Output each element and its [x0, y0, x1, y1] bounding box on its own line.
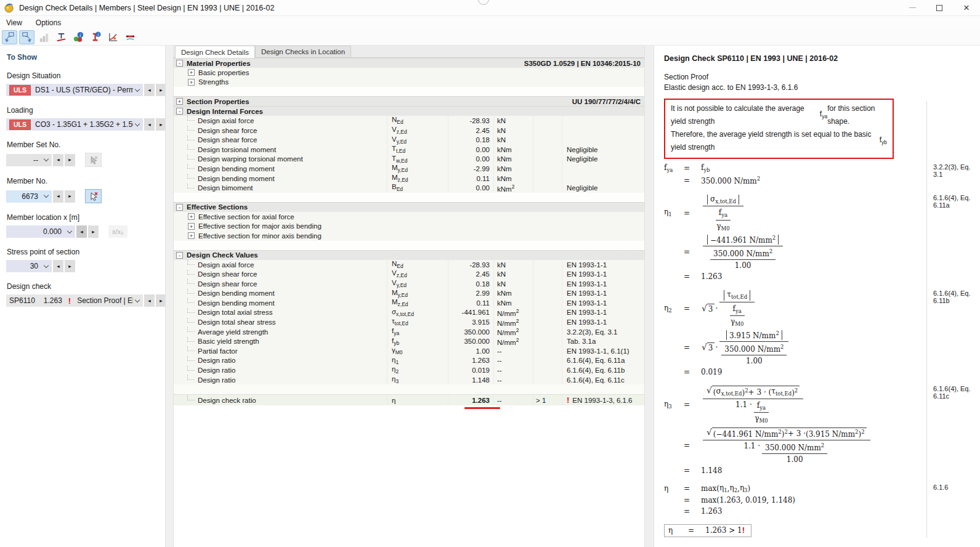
- menu-view[interactable]: View: [4, 18, 24, 28]
- menu-options[interactable]: Options: [34, 18, 63, 28]
- table-row[interactable]: Design bending momentMy,Ed-2.99kNm: [174, 164, 644, 174]
- expand-toggle-icon[interactable]: +: [188, 223, 195, 230]
- table-row[interactable]: Design ratioη11.263--6.1.6(4), Eq. 6.11a: [174, 356, 644, 366]
- table-row[interactable]: Design bending momentMy,Ed2.99kNmEN 1993…: [174, 289, 644, 299]
- stress-point-prev-button[interactable]: ◄: [53, 260, 63, 272]
- table-row[interactable]: Design axial forceNEd-28.93kNEN 1993-1-1: [174, 260, 644, 270]
- member-prev-button[interactable]: ◄: [53, 190, 63, 203]
- table-row[interactable]: Design bending momentMz,Ed0.11kNm: [174, 174, 644, 184]
- table-section-header[interactable]: -Effective Sections: [174, 202, 644, 212]
- close-button[interactable]: ×: [953, 0, 980, 16]
- stress-point-icon[interactable]: [54, 30, 69, 44]
- member-set-select[interactable]: --: [6, 154, 52, 166]
- panel-splitter[interactable]: [644, 46, 654, 547]
- select-next-object-icon[interactable]: [19, 30, 34, 44]
- select-previous-object-icon[interactable]: [2, 30, 17, 44]
- formula-block: fya=fyb=350.000 N/mm23.2.2(3), Eq. 3.1: [664, 159, 980, 190]
- table-row[interactable]: Design axial forceNEd-28.93kN: [174, 116, 644, 126]
- design-situation-prev-button[interactable]: ◄: [144, 84, 155, 96]
- tab-design-check-details[interactable]: Design Check Details: [175, 46, 255, 58]
- toolbar: i i: [0, 29, 980, 46]
- tree-branch-icon: [187, 298, 195, 303]
- row-value: 350.000: [448, 327, 493, 337]
- table-row[interactable]: Design bimomentBEd0.00kNm2Negligible: [174, 183, 644, 193]
- member-location-prev-button[interactable]: ◄: [76, 225, 87, 238]
- table-subgroup-row[interactable]: +Effective section for major axis bendin…: [174, 222, 644, 232]
- table-row[interactable]: Design ratioη31.148--6.1.6(4), Eq. 6.11c: [174, 375, 644, 385]
- color-scale-info-icon[interactable]: i: [71, 30, 86, 44]
- table-subgroup-row[interactable]: +Effective section for minor axis bendin…: [174, 231, 644, 241]
- table-row[interactable]: Partial factorγM01.00--EN 1993-1-1, 6.1(…: [174, 346, 644, 356]
- table-row[interactable]: Design warping torsional momentTw,Ed0.00…: [174, 155, 644, 164]
- expand-toggle-icon[interactable]: -: [176, 204, 183, 211]
- member-pick-button[interactable]: [85, 189, 102, 203]
- expand-toggle-icon[interactable]: -: [176, 108, 183, 115]
- row-note: [533, 298, 562, 308]
- table-row[interactable]: Design shear forceVz,Ed2.45kNEN 1993-1-1: [174, 269, 644, 279]
- table-section-header[interactable]: -Design Check Values: [174, 250, 644, 260]
- design-check-value: Section Proof | Elastic ...: [77, 296, 133, 305]
- row-reference: 3.2.2(3), Eq. 3.1: [562, 327, 644, 337]
- result-diagram-icon[interactable]: [105, 30, 121, 44]
- table-row[interactable]: Design shear forceVz,Ed2.45kN: [174, 126, 644, 136]
- expand-toggle-icon[interactable]: +: [188, 79, 195, 86]
- table-row[interactable]: Design total axial stressσx,tot,Ed-441.9…: [174, 308, 644, 318]
- stress-point-next-button[interactable]: ►: [65, 260, 75, 272]
- relative-location-button[interactable]: x/x₀: [108, 225, 128, 238]
- row-name: Design ratio: [174, 356, 387, 366]
- stress-point-select[interactable]: 30: [6, 260, 52, 272]
- tab-design-checks-in-location[interactable]: Design Checks in Location: [255, 46, 351, 57]
- formula-lhs: η1: [664, 208, 684, 217]
- equals-sign: =: [684, 400, 701, 409]
- member-location-next-button[interactable]: ►: [88, 225, 99, 238]
- table-section-header[interactable]: -Material PropertiesS350GD 1.0529 | EN 1…: [174, 58, 644, 68]
- expand-toggle-icon[interactable]: +: [176, 98, 183, 105]
- expand-toggle-icon[interactable]: +: [188, 232, 195, 239]
- panel-splitter[interactable]: [165, 46, 174, 547]
- row-reference: EN 1993-1-1: [562, 279, 644, 289]
- member-select[interactable]: 6673: [6, 190, 52, 203]
- expand-toggle-icon[interactable]: -: [176, 252, 183, 259]
- table-row[interactable]: Design total shear stressτtot,Ed3.915N/m…: [174, 317, 644, 327]
- member-set-prev-button[interactable]: ◄: [53, 154, 63, 166]
- section-steps-icon[interactable]: [36, 30, 52, 44]
- maximize-button[interactable]: [926, 0, 953, 16]
- formula-rhs: max(1.263, 0.019, 1.148): [701, 496, 795, 504]
- table-subgroup-row[interactable]: +Strengths: [174, 78, 644, 87]
- formula-line: =1.148: [664, 466, 927, 475]
- design-check-prev-button[interactable]: ◄: [144, 294, 155, 307]
- member-release-icon[interactable]: [123, 30, 138, 44]
- formula-block: η2=√3 · τtot,EdfyaγM0=√3 · 3.915 N/mm235…: [664, 285, 980, 381]
- table-row[interactable]: Average yield strengthfya350.000N/mm23.2…: [174, 327, 644, 337]
- table-section-header[interactable]: -Design Internal Forces: [174, 106, 644, 116]
- table-row[interactable]: Design torsional momentTt,Ed0.00kNmNegli…: [174, 145, 644, 155]
- formula-block: η1=σx,tot,EdfyaγM0=−441.961 N/mm2350.000…: [664, 190, 980, 285]
- minimize-button[interactable]: [899, 0, 926, 16]
- member-next-button[interactable]: ►: [65, 190, 75, 203]
- expand-toggle-icon[interactable]: +: [188, 69, 195, 76]
- row-value: -2.99: [448, 164, 493, 174]
- row-unit: kN: [493, 269, 533, 279]
- table-row[interactable]: Basic yield strengthfyb350.000N/mm2Tab. …: [174, 336, 644, 346]
- formula-block: η=max(η1, η2, η3)=max(1.263, 0.019, 1.14…: [664, 479, 980, 520]
- formula-area: fya=fyb=350.000 N/mm23.2.2(3), Eq. 3.1η1…: [664, 159, 980, 520]
- table-row[interactable]: Design check ratioη1.263--> 1!EN 1993-1-…: [174, 394, 644, 405]
- loading-prev-button[interactable]: ◄: [144, 118, 155, 131]
- table-row[interactable]: Design ratioη20.019--6.1.6(4), Eq. 6.11b: [174, 365, 644, 375]
- member-set-pick-button[interactable]: [85, 153, 102, 167]
- member-set-next-button[interactable]: ►: [65, 154, 75, 166]
- loading-select[interactable]: ULS CO3 - 1.35G1 + 1.35G2 + 1.50QI A ...: [6, 118, 143, 131]
- section-info-icon[interactable]: i: [88, 30, 103, 44]
- table-row[interactable]: Design shear forceVy,Ed0.18kNEN 1993-1-1: [174, 279, 644, 289]
- table-row[interactable]: Design shear forceVy,Ed0.18kN: [174, 135, 644, 145]
- table-subgroup-row[interactable]: +Effective section for axial force: [174, 212, 644, 222]
- table-section-header[interactable]: +Section PropertiesUU 190/77/77/2/4/4/C: [174, 96, 644, 106]
- design-check-select[interactable]: SP6110 1.263 ! Section Proof | Elastic .…: [6, 294, 143, 307]
- table-subgroup-row[interactable]: +Basic properties: [174, 68, 644, 78]
- expand-toggle-icon[interactable]: +: [188, 213, 195, 220]
- expand-toggle-icon[interactable]: -: [176, 60, 183, 67]
- design-situation-select[interactable]: ULS DS1 - ULS (STR/GEO) - Permanent ...: [6, 84, 143, 96]
- table-row[interactable]: Design bending momentMz,Ed0.11kNmEN 1993…: [174, 298, 644, 308]
- member-location-select[interactable]: 0.000: [6, 225, 75, 238]
- tree-branch-icon: [187, 395, 195, 400]
